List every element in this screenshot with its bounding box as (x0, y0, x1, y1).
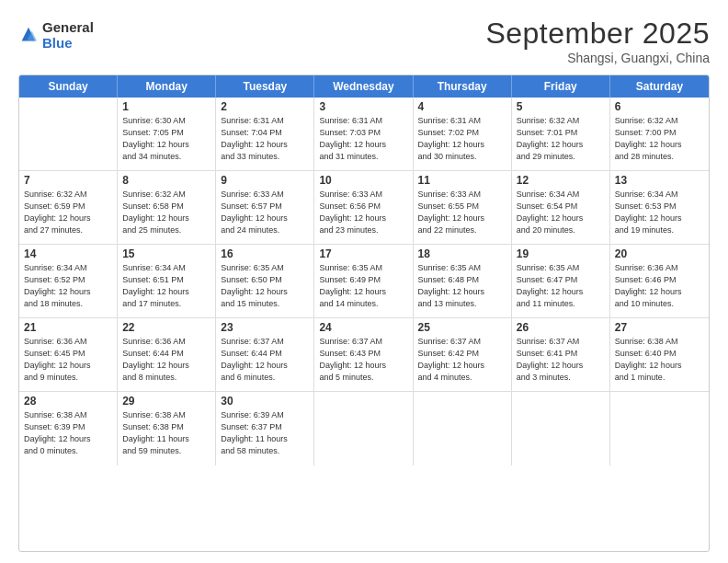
day-info: Sunrise: 6:37 AM Sunset: 6:41 PM Dayligh… (517, 336, 605, 384)
day-cell-13: 13Sunrise: 6:34 AM Sunset: 6:53 PM Dayli… (610, 171, 709, 244)
day-info: Sunrise: 6:32 AM Sunset: 6:58 PM Dayligh… (122, 189, 210, 236)
day-number: 17 (319, 247, 407, 260)
day-number: 5 (517, 100, 605, 113)
day-number: 9 (221, 174, 309, 187)
day-number: 1 (122, 100, 210, 113)
day-cell-4: 4Sunrise: 6:31 AM Sunset: 7:02 PM Daylig… (414, 98, 512, 170)
month-title: September 2025 (485, 17, 710, 51)
header-day-sunday: Sunday (19, 75, 118, 98)
day-number: 20 (615, 247, 704, 260)
day-info: Sunrise: 6:32 AM Sunset: 6:59 PM Dayligh… (24, 189, 112, 236)
day-info: Sunrise: 6:34 AM Sunset: 6:51 PM Dayligh… (122, 262, 210, 310)
day-cell-3: 3Sunrise: 6:31 AM Sunset: 7:03 PM Daylig… (314, 98, 413, 170)
day-info: Sunrise: 6:35 AM Sunset: 6:49 PM Dayligh… (319, 262, 407, 310)
day-info: Sunrise: 6:37 AM Sunset: 6:43 PM Dayligh… (319, 336, 407, 384)
day-info: Sunrise: 6:35 AM Sunset: 6:48 PM Dayligh… (418, 262, 506, 310)
day-number: 23 (221, 321, 309, 334)
day-cell-9: 9Sunrise: 6:33 AM Sunset: 6:57 PM Daylig… (216, 171, 314, 244)
header: General Blue September 2025 Shangsi, Gua… (18, 17, 710, 65)
day-cell-24: 24Sunrise: 6:37 AM Sunset: 6:43 PM Dayli… (314, 318, 413, 391)
day-number: 26 (517, 321, 605, 334)
day-info: Sunrise: 6:37 AM Sunset: 6:42 PM Dayligh… (418, 336, 506, 384)
empty-cell (314, 392, 413, 465)
calendar-body: 1Sunrise: 6:30 AM Sunset: 7:05 PM Daylig… (19, 98, 709, 465)
empty-cell (414, 392, 512, 465)
calendar-week-3: 14Sunrise: 6:34 AM Sunset: 6:52 PM Dayli… (19, 245, 709, 318)
day-number: 30 (221, 395, 309, 408)
header-day-thursday: Thursday (414, 75, 512, 98)
day-info: Sunrise: 6:36 AM Sunset: 6:45 PM Dayligh… (24, 336, 112, 384)
day-info: Sunrise: 6:33 AM Sunset: 6:57 PM Dayligh… (221, 189, 309, 236)
day-info: Sunrise: 6:33 AM Sunset: 6:55 PM Dayligh… (418, 189, 506, 236)
empty-cell (610, 392, 709, 465)
empty-cell (19, 98, 118, 170)
day-info: Sunrise: 6:35 AM Sunset: 6:47 PM Dayligh… (517, 262, 605, 310)
day-cell-22: 22Sunrise: 6:36 AM Sunset: 6:44 PM Dayli… (118, 318, 216, 391)
day-cell-10: 10Sunrise: 6:33 AM Sunset: 6:56 PM Dayli… (314, 171, 413, 244)
day-number: 14 (24, 247, 112, 260)
day-info: Sunrise: 6:38 AM Sunset: 6:39 PM Dayligh… (24, 409, 112, 457)
day-cell-16: 16Sunrise: 6:35 AM Sunset: 6:50 PM Dayli… (216, 245, 314, 317)
day-info: Sunrise: 6:31 AM Sunset: 7:04 PM Dayligh… (221, 115, 309, 163)
day-number: 10 (319, 174, 407, 187)
calendar-header-row: SundayMondayTuesdayWednesdayThursdayFrid… (19, 75, 709, 98)
day-cell-21: 21Sunrise: 6:36 AM Sunset: 6:45 PM Dayli… (19, 318, 118, 391)
day-number: 27 (615, 321, 704, 334)
logo-text: General Blue (42, 20, 94, 51)
day-info: Sunrise: 6:38 AM Sunset: 6:40 PM Dayligh… (615, 336, 704, 384)
day-cell-27: 27Sunrise: 6:38 AM Sunset: 6:40 PM Dayli… (610, 318, 709, 391)
calendar-week-4: 21Sunrise: 6:36 AM Sunset: 6:45 PM Dayli… (19, 318, 709, 392)
day-number: 7 (24, 174, 112, 187)
title-block: September 2025 Shangsi, Guangxi, China (485, 17, 710, 65)
header-day-monday: Monday (118, 75, 216, 98)
day-number: 15 (122, 247, 210, 260)
day-cell-11: 11Sunrise: 6:33 AM Sunset: 6:55 PM Dayli… (414, 171, 512, 244)
day-info: Sunrise: 6:39 AM Sunset: 6:37 PM Dayligh… (221, 409, 309, 457)
day-cell-5: 5Sunrise: 6:32 AM Sunset: 7:01 PM Daylig… (512, 98, 610, 170)
day-info: Sunrise: 6:36 AM Sunset: 6:46 PM Dayligh… (615, 262, 704, 310)
day-cell-23: 23Sunrise: 6:37 AM Sunset: 6:44 PM Dayli… (216, 318, 314, 391)
day-info: Sunrise: 6:30 AM Sunset: 7:05 PM Dayligh… (122, 115, 210, 163)
day-cell-19: 19Sunrise: 6:35 AM Sunset: 6:47 PM Dayli… (512, 245, 610, 317)
day-info: Sunrise: 6:37 AM Sunset: 6:44 PM Dayligh… (221, 336, 309, 384)
logo-general-text: General (42, 20, 94, 36)
day-number: 21 (24, 321, 112, 334)
day-cell-18: 18Sunrise: 6:35 AM Sunset: 6:48 PM Dayli… (414, 245, 512, 317)
day-info: Sunrise: 6:34 AM Sunset: 6:53 PM Dayligh… (615, 189, 704, 236)
day-number: 8 (122, 174, 210, 187)
day-info: Sunrise: 6:38 AM Sunset: 6:38 PM Dayligh… (122, 409, 210, 457)
day-cell-29: 29Sunrise: 6:38 AM Sunset: 6:38 PM Dayli… (118, 392, 216, 465)
day-info: Sunrise: 6:34 AM Sunset: 6:54 PM Dayligh… (517, 189, 605, 236)
day-cell-28: 28Sunrise: 6:38 AM Sunset: 6:39 PM Dayli… (19, 392, 118, 465)
calendar-week-5: 28Sunrise: 6:38 AM Sunset: 6:39 PM Dayli… (19, 392, 709, 465)
day-cell-7: 7Sunrise: 6:32 AM Sunset: 6:59 PM Daylig… (19, 171, 118, 244)
day-number: 19 (517, 247, 605, 260)
header-day-saturday: Saturday (610, 75, 709, 98)
header-day-wednesday: Wednesday (314, 75, 413, 98)
day-info: Sunrise: 6:32 AM Sunset: 7:01 PM Dayligh… (517, 115, 605, 163)
day-cell-14: 14Sunrise: 6:34 AM Sunset: 6:52 PM Dayli… (19, 245, 118, 317)
day-cell-1: 1Sunrise: 6:30 AM Sunset: 7:05 PM Daylig… (118, 98, 216, 170)
day-number: 24 (319, 321, 407, 334)
day-number: 3 (319, 100, 407, 113)
calendar-week-2: 7Sunrise: 6:32 AM Sunset: 6:59 PM Daylig… (19, 171, 709, 245)
day-number: 22 (122, 321, 210, 334)
day-number: 11 (418, 174, 506, 187)
empty-cell (512, 392, 610, 465)
logo-blue-text: Blue (42, 36, 94, 52)
day-info: Sunrise: 6:32 AM Sunset: 7:00 PM Dayligh… (615, 115, 704, 163)
day-cell-26: 26Sunrise: 6:37 AM Sunset: 6:41 PM Dayli… (512, 318, 610, 391)
day-number: 12 (517, 174, 605, 187)
day-number: 28 (24, 395, 112, 408)
day-number: 16 (221, 247, 309, 260)
day-info: Sunrise: 6:33 AM Sunset: 6:56 PM Dayligh… (319, 189, 407, 236)
day-cell-2: 2Sunrise: 6:31 AM Sunset: 7:04 PM Daylig… (216, 98, 314, 170)
logo: General Blue (18, 20, 94, 51)
day-cell-15: 15Sunrise: 6:34 AM Sunset: 6:51 PM Dayli… (118, 245, 216, 317)
day-info: Sunrise: 6:36 AM Sunset: 6:44 PM Dayligh… (122, 336, 210, 384)
day-info: Sunrise: 6:31 AM Sunset: 7:02 PM Dayligh… (418, 115, 506, 163)
day-number: 29 (122, 395, 210, 408)
calendar: SundayMondayTuesdayWednesdayThursdayFrid… (18, 75, 710, 552)
header-day-friday: Friday (512, 75, 610, 98)
day-cell-30: 30Sunrise: 6:39 AM Sunset: 6:37 PM Dayli… (216, 392, 314, 465)
